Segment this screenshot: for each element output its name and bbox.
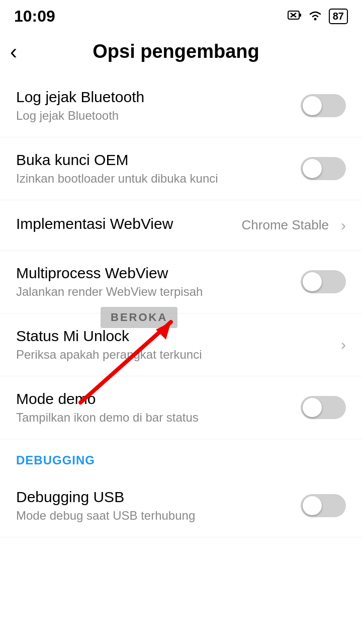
battery-x-icon [288,10,302,24]
webview-impl-title: Implementasi WebView [16,215,242,232]
mi-unlock-chevron: › [341,336,346,353]
multiprocess-webview-title: Multiprocess WebView [16,265,291,282]
multiprocess-webview-toggle[interactable] [301,270,346,293]
back-button[interactable]: ‹ [10,41,17,62]
oem-unlock-title: Buka kunci OEM [16,151,291,169]
setting-multiprocess-webview[interactable]: Multiprocess WebView Jalankan render Web… [0,251,362,313]
status-icons: 87 [288,9,348,24]
mi-unlock-subtitle: Periksa apakah perangkat terkunci [16,348,333,362]
setting-webview-impl[interactable]: Implementasi WebView Chrome Stable › [0,200,362,251]
demo-mode-toggle[interactable] [301,396,346,419]
usb-debugging-toggle[interactable] [301,494,346,517]
bluetooth-log-toggle[interactable] [301,94,346,117]
webview-impl-chevron: › [341,217,346,234]
multiprocess-webview-subtitle: Jalankan render WebView terpisah [16,285,291,299]
webview-impl-value: Chrome Stable [242,217,329,233]
mi-unlock-title: Status Mi Unlock [16,328,333,345]
status-time: 10:09 [14,7,55,26]
oem-unlock-subtitle: Izinkan bootloader untuk dibuka kunci [16,172,291,186]
setting-usb-debugging[interactable]: Debugging USB Mode debug saat USB terhub… [0,474,362,537]
svg-point-4 [314,18,316,20]
usb-debugging-subtitle: Mode debug saat USB terhubung [16,509,291,523]
setting-oem-unlock[interactable]: Buka kunci OEM Izinkan bootloader untuk … [0,137,362,200]
wifi-icon [308,10,323,24]
page-header: ‹ Opsi pengembang [0,31,362,74]
bluetooth-log-subtitle: Log jejak Bluetooth [16,109,291,123]
setting-bluetooth-log[interactable]: Log jejak Bluetooth Log jejak Bluetooth [0,74,362,137]
demo-mode-subtitle: Tampilkan ikon demo di bar status [16,411,291,425]
status-bar: 10:09 87 [0,0,362,31]
oem-unlock-toggle[interactable] [301,157,346,180]
page-title: Opsi pengembang [29,41,323,62]
section-debugging: DEBUGGING [0,439,362,474]
svg-rect-1 [299,14,301,17]
usb-debugging-title: Debugging USB [16,489,291,506]
battery-level: 87 [329,9,348,24]
settings-list: Log jejak Bluetooth Log jejak Bluetooth … [0,74,362,439]
demo-mode-title: Mode demo [16,390,291,408]
bluetooth-log-title: Log jejak Bluetooth [16,89,291,106]
setting-mi-unlock-status[interactable]: Status Mi Unlock Periksa apakah perangka… [0,313,362,376]
setting-demo-mode[interactable]: Mode demo Tampilkan ikon demo di bar sta… [0,376,362,439]
